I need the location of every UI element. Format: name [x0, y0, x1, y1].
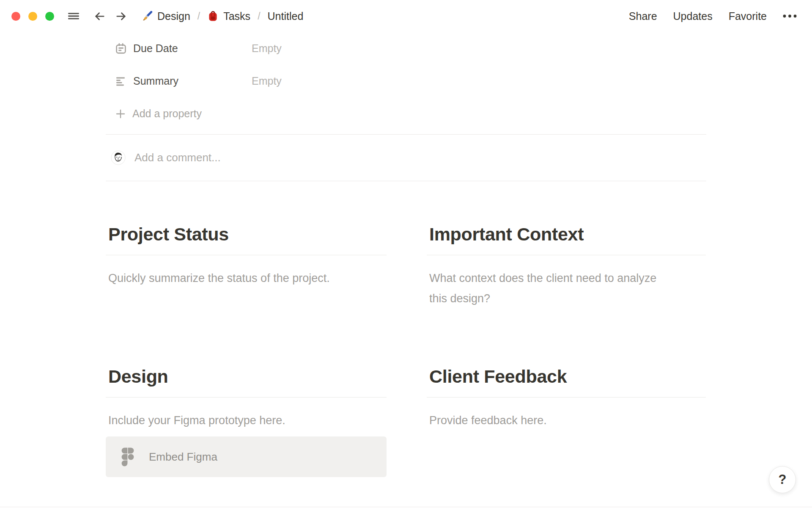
help-button[interactable]: ?: [769, 466, 796, 493]
breadcrumb-item-untitled[interactable]: Untitled: [266, 9, 305, 23]
section-title[interactable]: Client Feedback: [427, 365, 706, 387]
property-value-due-date[interactable]: Empty: [252, 42, 282, 55]
section-divider: [106, 255, 387, 255]
favorite-button[interactable]: Favorite: [728, 9, 768, 23]
section-title[interactable]: Project Status: [106, 223, 387, 245]
sidebar-toggle-button[interactable]: [67, 9, 80, 23]
calendar-icon: [115, 43, 127, 55]
property-value-summary[interactable]: Empty: [252, 75, 282, 87]
section-client-feedback: Client Feedback Provide feedback here.: [427, 365, 706, 477]
updates-button[interactable]: Updates: [672, 9, 713, 23]
page-content: Due Date Empty Summary Empty: [106, 32, 706, 477]
close-window-button[interactable]: [11, 12, 20, 21]
section-title[interactable]: Design: [106, 365, 387, 387]
back-button[interactable]: [93, 10, 106, 23]
breadcrumb-separator: /: [198, 11, 200, 22]
hamburger-icon: [67, 9, 80, 23]
share-button[interactable]: Share: [628, 9, 658, 23]
property-row-due-date[interactable]: Due Date Empty: [115, 32, 706, 65]
property-label: Due Date: [133, 42, 252, 55]
zoom-window-button[interactable]: [45, 12, 54, 21]
breadcrumb-label: Untitled: [268, 10, 304, 22]
property-row-summary[interactable]: Summary Empty: [115, 65, 706, 97]
divider: [106, 181, 706, 181]
figma-icon: [121, 447, 134, 467]
add-comment-input[interactable]: [134, 151, 706, 164]
notion-window: Design / Tasks / Untitled: [0, 0, 812, 508]
add-property-button[interactable]: Add a property: [115, 97, 202, 130]
embed-figma-button[interactable]: Embed Figma: [106, 436, 387, 477]
section-divider: [427, 255, 706, 255]
arrow-left-icon: [93, 10, 106, 23]
section-body-text[interactable]: Provide feedback here.: [427, 410, 706, 431]
section-design: Design Include your Figma prototype here…: [106, 365, 387, 477]
window-bottom-edge: [0, 507, 812, 507]
section-body-text[interactable]: Include your Figma prototype here.: [106, 410, 387, 431]
section-grid: Project Status Quickly summarize the sta…: [106, 223, 706, 477]
section-important-context: Important Context What context does the …: [427, 223, 706, 309]
section-divider: [427, 397, 706, 398]
breadcrumb-label: Tasks: [223, 10, 250, 22]
section-body-text[interactable]: Quickly summarize the status of the proj…: [106, 268, 387, 288]
add-property-label: Add a property: [132, 108, 202, 120]
breadcrumb-item-tasks[interactable]: Tasks: [206, 9, 252, 23]
user-avatar: [111, 150, 126, 165]
minimize-window-button[interactable]: [28, 12, 37, 21]
section-project-status: Project Status Quickly summarize the sta…: [106, 223, 387, 309]
forward-button[interactable]: [115, 10, 128, 23]
arrow-right-icon: [115, 10, 128, 23]
section-divider: [106, 397, 387, 398]
plus-icon: [115, 108, 126, 119]
window-controls: [11, 12, 54, 21]
section-body-text[interactable]: What context does the client need to ana…: [427, 268, 706, 309]
breadcrumb: Design / Tasks / Untitled: [140, 9, 305, 23]
more-options-button[interactable]: [782, 11, 798, 22]
property-label: Summary: [133, 75, 252, 87]
ellipsis-icon: [782, 11, 798, 22]
backpack-icon: [207, 11, 219, 22]
topbar: Design / Tasks / Untitled: [0, 0, 812, 32]
breadcrumb-label: Design: [157, 10, 190, 22]
page-properties: Due Date Empty Summary Empty: [106, 32, 706, 130]
breadcrumb-item-design[interactable]: Design: [140, 9, 192, 23]
align-left-icon: [115, 75, 127, 87]
paintbrush-icon: [141, 11, 153, 22]
embed-figma-label: Embed Figma: [149, 450, 217, 464]
section-title[interactable]: Important Context: [427, 223, 706, 245]
comment-section: [106, 135, 706, 181]
breadcrumb-separator: /: [258, 11, 260, 22]
topbar-actions: Share Updates Favorite: [628, 9, 798, 23]
